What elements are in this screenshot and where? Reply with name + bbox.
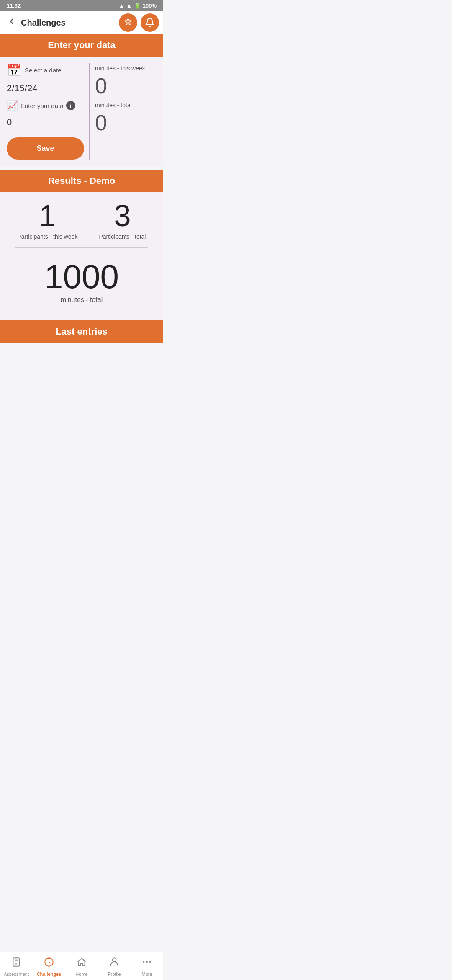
date-input[interactable] <box>7 82 65 95</box>
minutes-total-value: 0 <box>95 112 157 134</box>
results-grid: 1 Participants - this week 3 Participant… <box>7 201 157 240</box>
status-right: ▲ ▲ 🔋 100% <box>119 3 157 9</box>
left-panel: 📅 Select a date 📈 Enter your data i Save <box>7 63 84 160</box>
bottom-spacer <box>0 343 163 372</box>
enter-data-section: 📅 Select a date 📈 Enter your data i Save… <box>0 57 163 166</box>
badge-button[interactable] <box>119 13 137 32</box>
minutes-week-label: minutes - this week <box>95 65 157 72</box>
total-minutes-label: minutes - total <box>7 296 157 304</box>
minutes-week-value: 0 <box>95 75 157 97</box>
participants-total-label: Participants - total <box>99 233 146 240</box>
results-section: 1 Participants - this week 3 Participant… <box>0 192 163 320</box>
top-nav: Challenges <box>0 11 163 34</box>
divider <box>15 247 148 248</box>
page-title: Challenges <box>21 18 66 28</box>
calendar-icon: 📅 <box>7 63 21 77</box>
results-header: Results - Demo <box>0 170 163 192</box>
chart-icon: 📈 <box>7 100 18 111</box>
nav-actions <box>119 13 159 32</box>
data-value-input[interactable] <box>7 116 57 129</box>
minutes-total-label: minutes - total <box>95 102 157 108</box>
battery-icon: 🔋 <box>134 3 141 9</box>
participants-week-label: Participants - this week <box>17 233 77 240</box>
signal-icon: ▲ <box>126 3 132 9</box>
status-time: 11:32 <box>7 3 21 9</box>
total-minutes-section: 1000 minutes - total <box>7 256 157 312</box>
total-minutes-value: 1000 <box>7 260 157 294</box>
enter-data-header: Enter your data <box>0 34 163 57</box>
participants-week-value: 1 <box>17 201 77 231</box>
participants-week-item: 1 Participants - this week <box>17 201 77 240</box>
last-entries-header: Last entries <box>0 320 163 343</box>
notification-button[interactable] <box>141 13 159 32</box>
date-label: Select a date <box>25 67 62 74</box>
svg-point-0 <box>127 22 129 23</box>
data-row: 📈 Enter your data i <box>7 100 84 111</box>
participants-total-value: 3 <box>99 201 146 231</box>
data-input-label: Enter your data <box>21 102 64 109</box>
date-row: 📅 Select a date <box>7 63 84 77</box>
wifi-icon: ▲ <box>119 3 124 9</box>
status-bar: 11:32 ▲ ▲ 🔋 100% <box>0 0 163 11</box>
battery-percent: 100% <box>143 3 157 9</box>
right-panel: minutes - this week 0 minutes - total 0 <box>89 63 157 160</box>
badge-icon <box>123 18 133 28</box>
back-button[interactable] <box>7 16 17 29</box>
bell-icon <box>145 18 155 28</box>
save-button[interactable]: Save <box>7 137 84 160</box>
participants-total-item: 3 Participants - total <box>99 201 146 240</box>
info-icon[interactable]: i <box>66 101 75 110</box>
